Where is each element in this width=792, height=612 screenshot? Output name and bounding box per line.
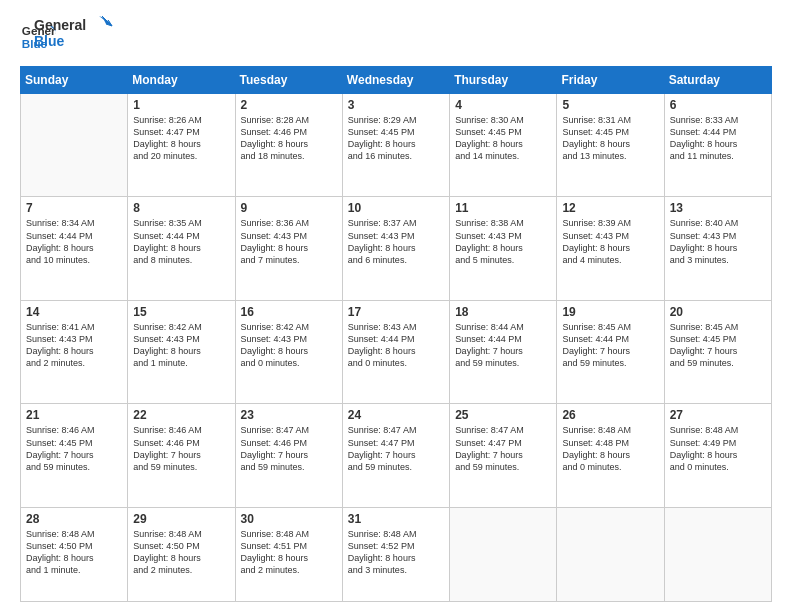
table-row: 2Sunrise: 8:28 AM Sunset: 4:46 PM Daylig…	[235, 94, 342, 197]
table-row: 16Sunrise: 8:42 AM Sunset: 4:43 PM Dayli…	[235, 300, 342, 403]
day-info: Sunrise: 8:30 AM Sunset: 4:45 PM Dayligh…	[455, 114, 551, 163]
table-row: 23Sunrise: 8:47 AM Sunset: 4:46 PM Dayli…	[235, 404, 342, 507]
table-row: 21Sunrise: 8:46 AM Sunset: 4:45 PM Dayli…	[21, 404, 128, 507]
day-info: Sunrise: 8:46 AM Sunset: 4:45 PM Dayligh…	[26, 424, 122, 473]
day-info: Sunrise: 8:38 AM Sunset: 4:43 PM Dayligh…	[455, 217, 551, 266]
day-info: Sunrise: 8:43 AM Sunset: 4:44 PM Dayligh…	[348, 321, 444, 370]
day-info: Sunrise: 8:44 AM Sunset: 4:44 PM Dayligh…	[455, 321, 551, 370]
table-row: 24Sunrise: 8:47 AM Sunset: 4:47 PM Dayli…	[342, 404, 449, 507]
table-row: 5Sunrise: 8:31 AM Sunset: 4:45 PM Daylig…	[557, 94, 664, 197]
day-number: 7	[26, 201, 122, 215]
day-number: 27	[670, 408, 766, 422]
table-row: 10Sunrise: 8:37 AM Sunset: 4:43 PM Dayli…	[342, 197, 449, 300]
col-friday: Friday	[557, 67, 664, 94]
day-number: 10	[348, 201, 444, 215]
calendar-table: Sunday Monday Tuesday Wednesday Thursday…	[20, 66, 772, 602]
day-info: Sunrise: 8:29 AM Sunset: 4:45 PM Dayligh…	[348, 114, 444, 163]
table-row: 30Sunrise: 8:48 AM Sunset: 4:51 PM Dayli…	[235, 507, 342, 601]
day-number: 14	[26, 305, 122, 319]
table-row: 17Sunrise: 8:43 AM Sunset: 4:44 PM Dayli…	[342, 300, 449, 403]
table-row: 19Sunrise: 8:45 AM Sunset: 4:44 PM Dayli…	[557, 300, 664, 403]
header: General Blue General Blue	[20, 18, 772, 56]
day-info: Sunrise: 8:34 AM Sunset: 4:44 PM Dayligh…	[26, 217, 122, 266]
day-info: Sunrise: 8:48 AM Sunset: 4:51 PM Dayligh…	[241, 528, 337, 577]
day-info: Sunrise: 8:48 AM Sunset: 4:50 PM Dayligh…	[26, 528, 122, 577]
day-number: 18	[455, 305, 551, 319]
day-info: Sunrise: 8:36 AM Sunset: 4:43 PM Dayligh…	[241, 217, 337, 266]
col-tuesday: Tuesday	[235, 67, 342, 94]
day-info: Sunrise: 8:48 AM Sunset: 4:50 PM Dayligh…	[133, 528, 229, 577]
day-info: Sunrise: 8:42 AM Sunset: 4:43 PM Dayligh…	[133, 321, 229, 370]
calendar-header-row: Sunday Monday Tuesday Wednesday Thursday…	[21, 67, 772, 94]
table-row: 22Sunrise: 8:46 AM Sunset: 4:46 PM Dayli…	[128, 404, 235, 507]
day-info: Sunrise: 8:31 AM Sunset: 4:45 PM Dayligh…	[562, 114, 658, 163]
day-info: Sunrise: 8:48 AM Sunset: 4:48 PM Dayligh…	[562, 424, 658, 473]
day-info: Sunrise: 8:46 AM Sunset: 4:46 PM Dayligh…	[133, 424, 229, 473]
table-row: 31Sunrise: 8:48 AM Sunset: 4:52 PM Dayli…	[342, 507, 449, 601]
day-info: Sunrise: 8:28 AM Sunset: 4:46 PM Dayligh…	[241, 114, 337, 163]
day-number: 9	[241, 201, 337, 215]
day-info: Sunrise: 8:37 AM Sunset: 4:43 PM Dayligh…	[348, 217, 444, 266]
table-row	[21, 94, 128, 197]
day-info: Sunrise: 8:26 AM Sunset: 4:47 PM Dayligh…	[133, 114, 229, 163]
day-number: 19	[562, 305, 658, 319]
day-number: 26	[562, 408, 658, 422]
day-info: Sunrise: 8:42 AM Sunset: 4:43 PM Dayligh…	[241, 321, 337, 370]
col-monday: Monday	[128, 67, 235, 94]
table-row: 26Sunrise: 8:48 AM Sunset: 4:48 PM Dayli…	[557, 404, 664, 507]
day-info: Sunrise: 8:47 AM Sunset: 4:47 PM Dayligh…	[348, 424, 444, 473]
day-number: 13	[670, 201, 766, 215]
svg-text:Blue: Blue	[34, 33, 65, 49]
table-row	[450, 507, 557, 601]
day-number: 3	[348, 98, 444, 112]
day-number: 15	[133, 305, 229, 319]
day-number: 12	[562, 201, 658, 215]
svg-marker-6	[99, 16, 112, 26]
table-row: 6Sunrise: 8:33 AM Sunset: 4:44 PM Daylig…	[664, 94, 771, 197]
table-row: 11Sunrise: 8:38 AM Sunset: 4:43 PM Dayli…	[450, 197, 557, 300]
col-saturday: Saturday	[664, 67, 771, 94]
day-info: Sunrise: 8:45 AM Sunset: 4:44 PM Dayligh…	[562, 321, 658, 370]
day-number: 25	[455, 408, 551, 422]
day-info: Sunrise: 8:48 AM Sunset: 4:49 PM Dayligh…	[670, 424, 766, 473]
table-row: 14Sunrise: 8:41 AM Sunset: 4:43 PM Dayli…	[21, 300, 128, 403]
table-row: 15Sunrise: 8:42 AM Sunset: 4:43 PM Dayli…	[128, 300, 235, 403]
day-info: Sunrise: 8:33 AM Sunset: 4:44 PM Dayligh…	[670, 114, 766, 163]
day-info: Sunrise: 8:41 AM Sunset: 4:43 PM Dayligh…	[26, 321, 122, 370]
day-number: 20	[670, 305, 766, 319]
svg-text:General: General	[34, 17, 86, 33]
table-row: 12Sunrise: 8:39 AM Sunset: 4:43 PM Dayli…	[557, 197, 664, 300]
col-sunday: Sunday	[21, 67, 128, 94]
day-number: 5	[562, 98, 658, 112]
day-info: Sunrise: 8:47 AM Sunset: 4:47 PM Dayligh…	[455, 424, 551, 473]
col-thursday: Thursday	[450, 67, 557, 94]
day-number: 22	[133, 408, 229, 422]
table-row	[664, 507, 771, 601]
day-number: 29	[133, 512, 229, 526]
table-row: 29Sunrise: 8:48 AM Sunset: 4:50 PM Dayli…	[128, 507, 235, 601]
day-number: 17	[348, 305, 444, 319]
day-number: 2	[241, 98, 337, 112]
logo: General Blue General Blue	[20, 18, 114, 56]
day-number: 21	[26, 408, 122, 422]
day-info: Sunrise: 8:35 AM Sunset: 4:44 PM Dayligh…	[133, 217, 229, 266]
table-row: 28Sunrise: 8:48 AM Sunset: 4:50 PM Dayli…	[21, 507, 128, 601]
col-wednesday: Wednesday	[342, 67, 449, 94]
day-number: 24	[348, 408, 444, 422]
day-info: Sunrise: 8:45 AM Sunset: 4:45 PM Dayligh…	[670, 321, 766, 370]
day-number: 28	[26, 512, 122, 526]
day-number: 31	[348, 512, 444, 526]
table-row: 7Sunrise: 8:34 AM Sunset: 4:44 PM Daylig…	[21, 197, 128, 300]
table-row: 25Sunrise: 8:47 AM Sunset: 4:47 PM Dayli…	[450, 404, 557, 507]
table-row: 20Sunrise: 8:45 AM Sunset: 4:45 PM Dayli…	[664, 300, 771, 403]
table-row: 9Sunrise: 8:36 AM Sunset: 4:43 PM Daylig…	[235, 197, 342, 300]
day-number: 6	[670, 98, 766, 112]
day-number: 1	[133, 98, 229, 112]
table-row: 1Sunrise: 8:26 AM Sunset: 4:47 PM Daylig…	[128, 94, 235, 197]
day-number: 30	[241, 512, 337, 526]
table-row: 18Sunrise: 8:44 AM Sunset: 4:44 PM Dayli…	[450, 300, 557, 403]
day-number: 16	[241, 305, 337, 319]
table-row: 3Sunrise: 8:29 AM Sunset: 4:45 PM Daylig…	[342, 94, 449, 197]
day-info: Sunrise: 8:47 AM Sunset: 4:46 PM Dayligh…	[241, 424, 337, 473]
day-info: Sunrise: 8:48 AM Sunset: 4:52 PM Dayligh…	[348, 528, 444, 577]
